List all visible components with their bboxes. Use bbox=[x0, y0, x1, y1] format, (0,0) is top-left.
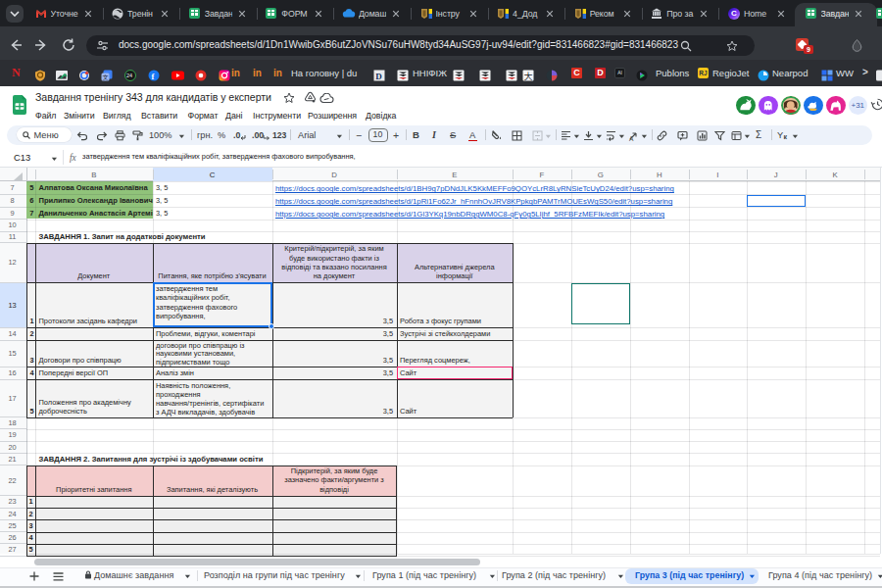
svg-text:D: D bbox=[375, 72, 382, 81]
svg-text:文: 文 bbox=[103, 74, 109, 80]
svg-text:A: A bbox=[629, 134, 634, 141]
svg-text:f: f bbox=[152, 72, 155, 81]
svg-text:24: 24 bbox=[126, 73, 132, 78]
svg-text:大: 大 bbox=[524, 72, 533, 81]
